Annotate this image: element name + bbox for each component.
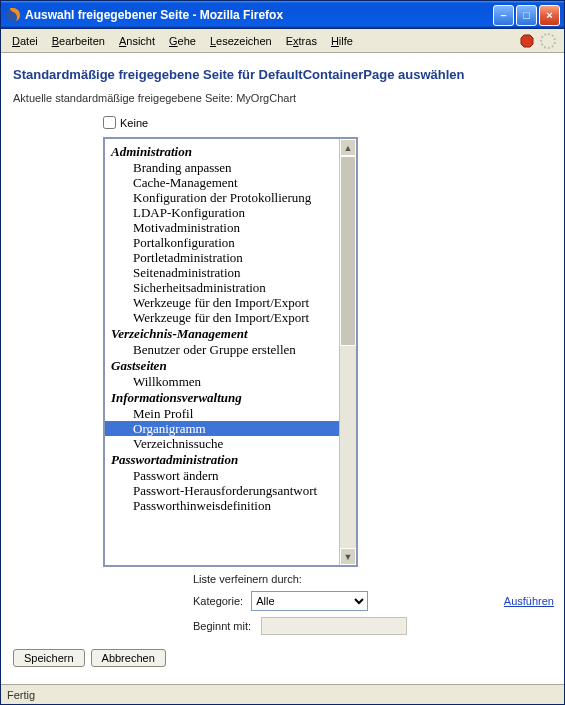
list-item[interactable]: Werkzeuge für den Import/Export — [105, 310, 356, 325]
list-item[interactable]: Passwort-Herausforderungsantwort — [105, 483, 356, 498]
svg-marker-1 — [521, 35, 533, 47]
page-content: Standardmäßige freigegebene Seite für De… — [1, 53, 564, 684]
browser-window: Auswahl freigegebener Seite - Mozilla Fi… — [0, 0, 565, 705]
list-item[interactable]: Passworthinweisdefinition — [105, 498, 356, 513]
none-label: Keine — [120, 117, 148, 129]
starts-with-label: Beginnt mit: — [193, 620, 253, 632]
list-item[interactable]: Willkommen — [105, 374, 356, 389]
none-row: Keine — [103, 116, 554, 129]
scroll-up-button[interactable]: ▲ — [340, 139, 356, 156]
maximize-button[interactable]: □ — [516, 5, 537, 26]
scroll-track[interactable] — [340, 156, 356, 548]
list-item[interactable]: Passwort ändern — [105, 468, 356, 483]
status-text: Fertig — [7, 689, 35, 701]
section-header: Administration — [105, 143, 356, 160]
list-item[interactable]: Branding anpassen — [105, 160, 356, 175]
list-wrap: AdministrationBranding anpassenCache-Man… — [103, 137, 554, 635]
menu-extras[interactable]: Extras — [279, 33, 324, 49]
list-item[interactable]: Werkzeuge für den Import/Export — [105, 295, 356, 310]
stop-icon[interactable] — [520, 34, 534, 48]
page-heading: Standardmäßige freigegebene Seite für De… — [13, 67, 554, 82]
scrollbar[interactable]: ▲ ▼ — [339, 139, 356, 565]
list-item[interactable]: Portalkonfiguration — [105, 235, 356, 250]
statusbar: Fertig — [1, 684, 564, 704]
category-label: Kategorie: — [193, 595, 243, 607]
page-listbox[interactable]: AdministrationBranding anpassenCache-Man… — [103, 137, 358, 567]
list-item[interactable]: LDAP-Konfiguration — [105, 205, 356, 220]
list-item[interactable]: Sicherheitsadministration — [105, 280, 356, 295]
execute-link[interactable]: Ausführen — [504, 595, 554, 607]
section-header: Gastseiten — [105, 357, 356, 374]
cancel-button[interactable]: Abbrechen — [91, 649, 166, 667]
window-buttons: – □ × — [493, 5, 560, 26]
starts-with-input[interactable] — [261, 617, 407, 635]
button-row: Speichern Abbrechen — [13, 649, 554, 667]
close-button[interactable]: × — [539, 5, 560, 26]
section-header: Verzeichnis-Management — [105, 325, 356, 342]
list-item[interactable]: Portletadministration — [105, 250, 356, 265]
current-page-text: Aktuelle standardmäßige freigegebene Sei… — [13, 92, 554, 104]
section-header: Informationsverwaltung — [105, 389, 356, 406]
list-item[interactable]: Organigramm — [105, 421, 356, 436]
section-header: Passwortadministration — [105, 451, 356, 468]
titlebar: Auswahl freigegebener Seite - Mozilla Fi… — [1, 1, 564, 29]
list-item[interactable]: Konfiguration der Protokollierung — [105, 190, 356, 205]
menu-view[interactable]: Ansicht — [112, 33, 162, 49]
category-select[interactable]: Alle — [251, 591, 368, 611]
scroll-down-button[interactable]: ▼ — [340, 548, 356, 565]
list-item[interactable]: Cache-Management — [105, 175, 356, 190]
menu-edit[interactable]: Bearbeiten — [45, 33, 112, 49]
list-item[interactable]: Benutzer oder Gruppe erstellen — [105, 342, 356, 357]
minimize-button[interactable]: – — [493, 5, 514, 26]
window-title: Auswahl freigegebener Seite - Mozilla Fi… — [25, 8, 493, 22]
menu-file[interactable]: Datei — [5, 33, 45, 49]
menu-help[interactable]: Hilfe — [324, 33, 360, 49]
menubar: Datei Bearbeiten Ansicht Gehe Lesezeiche… — [1, 29, 564, 53]
throbber-icon — [540, 33, 556, 49]
menu-bookmarks[interactable]: Lesezeichen — [203, 33, 279, 49]
menu-go[interactable]: Gehe — [162, 33, 203, 49]
refine-section: Liste verfeinern durch: Kategorie: Alle … — [193, 573, 554, 635]
refine-label: Liste verfeinern durch: — [193, 573, 554, 585]
firefox-icon — [5, 7, 21, 23]
none-checkbox[interactable] — [103, 116, 116, 129]
list-item[interactable]: Motivadministration — [105, 220, 356, 235]
save-button[interactable]: Speichern — [13, 649, 85, 667]
list-item[interactable]: Seitenadministration — [105, 265, 356, 280]
scroll-thumb[interactable] — [340, 156, 356, 346]
list-item[interactable]: Mein Profil — [105, 406, 356, 421]
list-item[interactable]: Verzeichnissuche — [105, 436, 356, 451]
